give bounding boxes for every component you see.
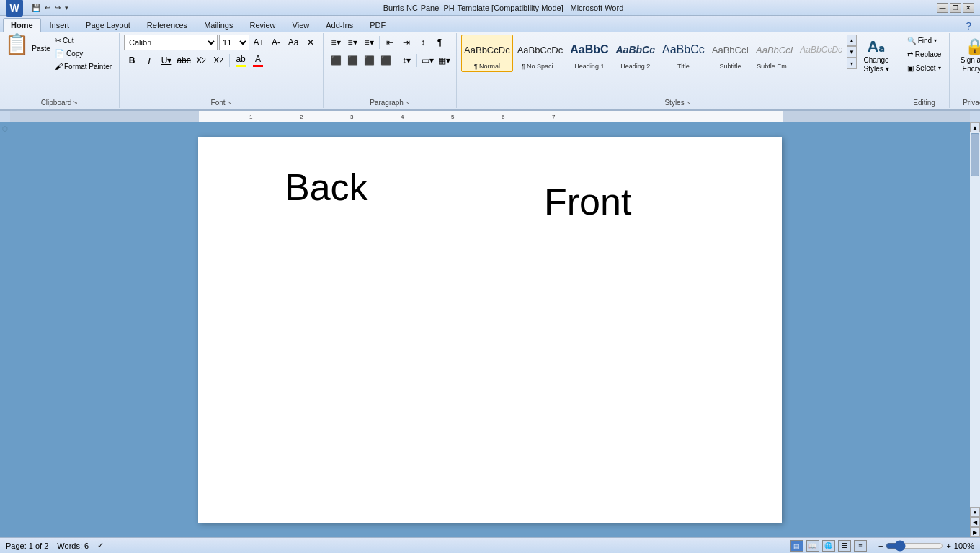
border-btn[interactable]: ▦▾ [436,53,452,68]
word-icon: W [6,0,23,17]
style-normal[interactable]: AaBbCcDc ¶ Normal [461,35,513,72]
replace-button[interactable]: ⇄ Replace [904,48,945,60]
styles-scroll-buttons: ▲ ▼ ▾ [847,35,857,69]
tab-view[interactable]: View [285,18,318,32]
minimize-btn[interactable]: — [937,3,948,13]
help-button[interactable]: ? [966,20,971,32]
style-heading2-text: AaBbCc [616,44,655,55]
prev-page-btn[interactable]: ◀ [970,517,980,527]
change-styles-button[interactable]: Aₐ ChangeStyles ▾ [858,35,894,76]
align-right-btn[interactable]: ⬛ [361,53,377,68]
style-subtle-em[interactable]: AaBbCcI Subtle Em... [753,35,796,72]
tab-home[interactable]: Home [3,18,41,32]
web-layout-btn[interactable]: 🌐 [822,540,835,552]
quick-save-btn[interactable]: 💾 [30,3,42,12]
outline-btn[interactable]: ☰ [838,540,851,552]
tab-add-ins[interactable]: Add-Ins [318,18,361,32]
format-painter-button[interactable]: 🖌 Format Painter [52,60,115,72]
vertical-scrollbar[interactable]: ▲ ● ◀ ▶ [970,122,980,537]
zoom-slider[interactable] [886,541,943,550]
copy-button[interactable]: 📄 Copy [52,48,115,60]
clipboard-expand-icon[interactable]: ↘ [73,99,78,106]
proofread-icon[interactable]: ✓ [97,541,104,550]
paste-button[interactable]: 📋 Paste [4,35,50,55]
highlight-button[interactable]: ab [233,53,249,68]
underline-button[interactable]: U▾ [159,53,174,68]
font-size-select[interactable]: 11 [219,35,249,50]
font-size-decrease-btn[interactable]: A- [268,35,284,50]
scroll-track[interactable] [970,132,980,507]
align-left-btn[interactable]: ⬛ [328,53,344,68]
bullets-btn[interactable]: ≡▾ [328,35,344,50]
quick-undo-btn[interactable]: ↩ [43,3,52,12]
quick-redo-btn[interactable]: ↪ [53,3,62,12]
style-title[interactable]: AaBbCc Title [659,35,708,72]
decrease-indent-btn[interactable]: ⇤ [382,35,398,50]
tab-review[interactable]: Review [241,18,283,32]
tab-references[interactable]: References [139,18,195,32]
increase-indent-btn[interactable]: ⇥ [398,35,414,50]
select-browse-obj-btn[interactable]: ● [970,507,980,517]
styles-scroll-down-btn[interactable]: ▼ [847,46,857,58]
print-layout-btn[interactable]: ▤ [790,540,803,552]
scroll-up-btn[interactable]: ▲ [970,122,980,132]
justify-btn[interactable]: ⬛ [378,53,393,68]
select-button[interactable]: ▣ Select ▾ [904,62,945,74]
cut-button[interactable]: ✂ Cut [52,35,115,47]
ribbon-group-styles: AaBbCcDc ¶ Normal AaBbCcDc ¶ No Spaci...… [457,33,899,108]
multilevel-btn[interactable]: ≡▾ [361,35,377,50]
style-heading1[interactable]: AaBbC Heading 1 [567,35,611,72]
subscript-button[interactable]: X2 [193,53,209,68]
font-color-button[interactable]: A [250,53,266,68]
shading-btn[interactable]: ▭▾ [419,53,435,68]
editing-content: 🔍 Find ▾ ⇄ Replace ▣ Select ▾ [904,35,945,97]
font-expand-icon[interactable]: ↘ [227,99,232,106]
paragraph-expand-icon[interactable]: ↘ [405,99,410,106]
italic-button[interactable]: I [141,53,157,68]
quick-customize-btn[interactable]: ▾ [63,4,70,12]
left-panel: ⬡ [0,122,10,537]
sort-btn[interactable]: ↕ [415,35,431,50]
line-spacing-btn[interactable]: ↕▾ [398,53,414,68]
align-center-btn[interactable]: ⬛ [344,53,360,68]
bold-button[interactable]: B [124,53,140,68]
draft-btn[interactable]: ≡ [854,540,867,552]
font-content: Calibri 11 A+ A- Aa ✕ B I U▾ abc X2 X [124,35,318,97]
tab-page-layout[interactable]: Page Layout [78,18,138,32]
clipboard-content: 📋 Paste ✂ Cut 📄 Copy 🖌 Format Painter [4,35,115,97]
close-btn[interactable]: ✕ [963,3,974,13]
sign-encrypt-button[interactable]: 🔒 Sign andEncrypt [956,35,980,76]
superscript-button[interactable]: X2 [210,53,226,68]
page-info: Page: 1 of 2 [6,541,48,550]
zoom-in-btn[interactable]: + [946,541,950,550]
find-button[interactable]: 🔍 Find ▾ [904,35,945,47]
show-marks-btn[interactable]: ¶ [432,35,447,50]
ruler: 1 2 3 4 5 6 7 [0,111,980,122]
style-subtle-em-label: Subtle Em... [757,63,792,70]
clear-format-btn[interactable]: ✕ [303,35,318,50]
title-bar: W 💾 ↩ ↪ ▾ Burris-NC-Panel-PH-Template [C… [0,0,980,16]
style-no-spacing[interactable]: AaBbCcDc ¶ No Spaci... [514,35,566,72]
font-size-increase-btn[interactable]: A+ [251,35,267,50]
next-page-btn[interactable]: ▶ [970,527,980,537]
zoom-out-btn[interactable]: − [878,541,883,550]
font-name-select[interactable]: Calibri [124,35,218,50]
scroll-thumb[interactable] [971,133,979,176]
strikethrough-button[interactable]: abc [176,53,192,68]
styles-scroll-expand-btn[interactable]: ▾ [847,58,857,69]
style-extra[interactable]: AaBbCcDc [797,35,845,65]
document-area[interactable]: Back Front [10,122,970,537]
numbering-btn[interactable]: ≡▾ [344,35,360,50]
restore-btn[interactable]: ❐ [950,3,961,13]
styles-scroll-up-btn[interactable]: ▲ [847,35,857,46]
tab-mailings[interactable]: Mailings [196,18,241,32]
style-heading2[interactable]: AaBbCc Heading 2 [613,35,658,72]
tab-insert[interactable]: Insert [42,18,78,32]
quick-access-toolbar: 💾 ↩ ↪ ▾ [30,3,70,12]
full-reading-btn[interactable]: 📖 [806,540,819,552]
change-case-btn[interactable]: Aa [285,35,301,50]
styles-expand-icon[interactable]: ↘ [686,99,691,106]
tab-pdf[interactable]: PDF [362,18,393,32]
style-subtitle[interactable]: AaBbCcI Subtitle [709,35,752,72]
style-subtitle-preview: AaBbCcI [712,37,749,63]
